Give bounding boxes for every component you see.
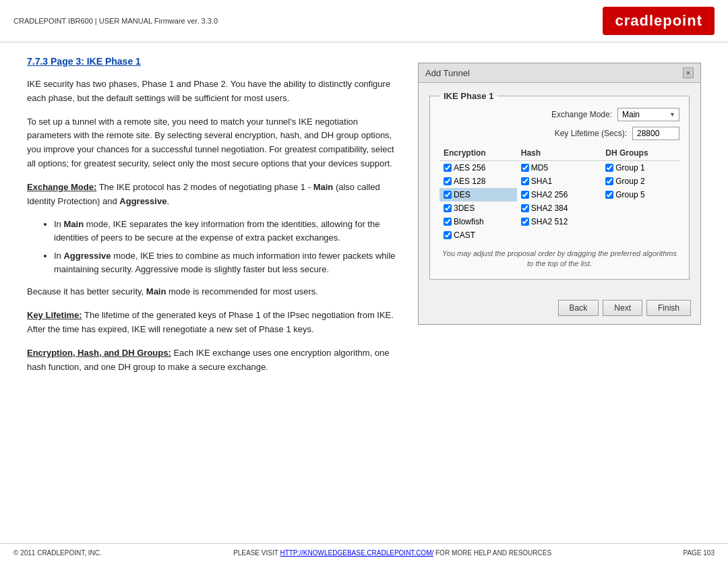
footer-center: PLEASE VISIT HTTP://KNOWLEDGEBASE.CRADLE… — [233, 549, 551, 557]
hash-checkbox-label-2[interactable]: SHA2 256 — [521, 190, 598, 199]
logo-text: cradlepoint — [615, 12, 702, 29]
exchange-mode-paragraph: Exchange Mode: The IKE protocol has 2 mo… — [27, 181, 398, 209]
exchange-mode-label: Exchange Mode: — [551, 110, 612, 119]
dialog-buttons: Back Next Finish — [419, 294, 700, 324]
enc-checkbox-4[interactable] — [444, 218, 452, 226]
encryption-heading: Encryption, Hash, and DH Groups: — [27, 348, 171, 358]
right-column: Add Tunnel × IKE Phase 1 Exchange Mode: … — [411, 56, 701, 383]
col-dh-groups: DH Groups — [601, 146, 679, 161]
exchange-mode-select[interactable]: Main Aggressive — [617, 108, 679, 121]
document-title: CRADLEPOINT IBR600 | USER MANUAL Firmwar… — [13, 17, 218, 25]
enc-checkbox-label-4[interactable]: Blowfish — [444, 217, 513, 226]
dh-checkbox-label-0[interactable]: Group 1 — [605, 163, 675, 173]
paragraph-2: To set up a tunnel with a remote site, y… — [27, 115, 398, 171]
enc-checkbox-label-0[interactable]: AES 256 — [444, 163, 513, 173]
exchange-mode-text: The IKE protocol has 2 modes of negotiat… — [96, 182, 313, 192]
key-lifetime-row: Key Lifetime (Secs): — [439, 127, 679, 140]
add-tunnel-dialog: Add Tunnel × IKE Phase 1 Exchange Mode: … — [418, 63, 701, 325]
drag-hint: You may adjust the proposal order by dra… — [439, 249, 679, 270]
exchange-mode-row: Exchange Mode: Main Aggressive — [439, 108, 679, 121]
left-column: 7.7.3 Page 3: IKE Phase 1 IKE security h… — [27, 56, 398, 383]
key-lifetime-paragraph: Key Lifetime: The lifetime of the genera… — [27, 309, 398, 337]
enc-checkbox-label-2[interactable]: DES — [444, 190, 513, 199]
dh-checkbox-0[interactable] — [605, 164, 613, 172]
hash-checkbox-4[interactable] — [521, 218, 529, 226]
bullet-main: In Main mode, IKE separates the key info… — [54, 218, 398, 244]
footer-center-text2: FOR MORE HELP AND RESOURCES — [433, 549, 551, 557]
paragraph-1: IKE security has two phases, Phase 1 and… — [27, 77, 398, 106]
hash-checkbox-label-1[interactable]: SHA1 — [521, 177, 598, 186]
copyright: © 2011 CRADLEPOINT, INC. — [13, 549, 102, 557]
bullet-list: In Main mode, IKE separates the key info… — [54, 218, 398, 276]
ike-phase1-fieldset: IKE Phase 1 Exchange Mode: Main Aggressi… — [429, 91, 690, 280]
enc-checkbox-0[interactable] — [444, 164, 452, 172]
enc-checkbox-5[interactable] — [444, 231, 452, 239]
dialog-title: Add Tunnel — [425, 68, 470, 78]
enc-checkbox-1[interactable] — [444, 177, 452, 185]
encryption-paragraph: Encryption, Hash, and DH Groups: Each IK… — [27, 346, 398, 375]
exchange-mode-select-wrapper: Main Aggressive — [617, 108, 679, 121]
key-lifetime-label: Key Lifetime (Secs): — [555, 129, 627, 138]
recommended-text: Because it has better security, Main mod… — [27, 285, 398, 299]
hash-checkbox-3[interactable] — [521, 204, 529, 212]
hash-checkbox-1[interactable] — [521, 177, 529, 185]
key-lifetime-text: The lifetime of the generated keys of Ph… — [27, 310, 394, 334]
fieldset-legend: IKE Phase 1 — [439, 91, 497, 101]
dh-checkbox-label-2[interactable]: Group 5 — [605, 190, 675, 199]
col-encryption: Encryption — [439, 146, 517, 161]
page-header: CRADLEPOINT IBR600 | USER MANUAL Firmwar… — [0, 0, 728, 42]
exchange-mode-main: Main — [313, 182, 334, 192]
dialog-close-button[interactable]: × — [683, 67, 694, 78]
enc-checkbox-label-5[interactable]: CAST — [444, 230, 513, 240]
dialog-title-bar: Add Tunnel × — [419, 63, 700, 83]
hash-checkbox-label-3[interactable]: SHA2 384 — [521, 204, 598, 213]
exchange-mode-heading: Exchange Mode: — [27, 182, 96, 192]
hash-checkbox-label-4[interactable]: SHA2 512 — [521, 217, 598, 226]
hash-checkbox-0[interactable] — [521, 164, 529, 172]
footer-link[interactable]: HTTP://KNOWLEDGEBASE.CRADLEPOINT.COM/ — [280, 549, 433, 557]
main-content: 7.7.3 Page 3: IKE Phase 1 IKE security h… — [0, 42, 728, 397]
bullet-aggressive: In Aggressive mode, IKE tries to combine… — [54, 249, 398, 276]
enc-checkbox-2[interactable] — [444, 191, 452, 199]
hash-checkbox-2[interactable] — [521, 191, 529, 199]
hash-checkbox-label-0[interactable]: MD5 — [521, 163, 598, 173]
next-button[interactable]: Next — [603, 300, 642, 316]
logo: cradlepoint — [603, 7, 715, 35]
back-button[interactable]: Back — [558, 300, 599, 316]
key-lifetime-heading: Key Lifetime: — [27, 310, 82, 320]
dh-checkbox-label-1[interactable]: Group 2 — [605, 177, 675, 186]
footer-center-text1: PLEASE VISIT — [233, 549, 280, 557]
enc-checkbox-label-1[interactable]: AES 128 — [444, 177, 513, 186]
dh-checkbox-1[interactable] — [605, 177, 613, 185]
page-footer: © 2011 CRADLEPOINT, INC. PLEASE VISIT HT… — [0, 543, 728, 562]
enc-checkbox-label-3[interactable]: 3DES — [444, 204, 513, 213]
algorithm-table: Encryption Hash DH Groups AES 256MD5Grou… — [439, 146, 679, 242]
enc-checkbox-3[interactable] — [444, 204, 452, 212]
col-hash: Hash — [517, 146, 602, 161]
section-title: 7.7.3 Page 3: IKE Phase 1 — [27, 56, 398, 67]
page-number: PAGE 103 — [683, 549, 715, 557]
exchange-mode-aggressive: Aggressive — [119, 196, 166, 206]
key-lifetime-input[interactable] — [632, 127, 679, 140]
dh-checkbox-2[interactable] — [605, 191, 613, 199]
finish-button[interactable]: Finish — [646, 300, 691, 316]
dialog-body: IKE Phase 1 Exchange Mode: Main Aggressi… — [419, 83, 700, 294]
